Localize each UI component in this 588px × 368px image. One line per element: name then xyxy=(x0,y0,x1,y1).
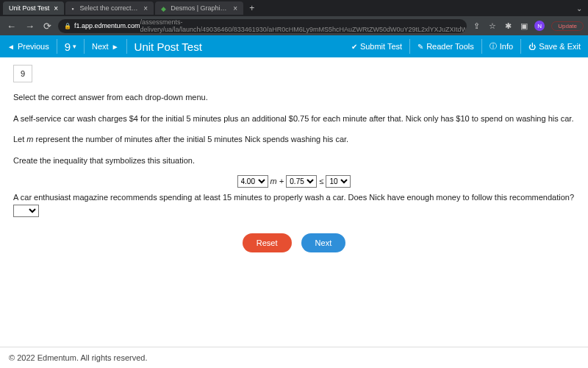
followup-text: A car enthusiast magazine recommends spe… xyxy=(13,191,575,217)
submit-test-button[interactable]: ✔ Submit Test xyxy=(344,35,409,57)
extensions-icon[interactable]: ✱ xyxy=(503,21,514,31)
info-button[interactable]: ⓘ Info xyxy=(482,35,520,57)
variable-m: m xyxy=(26,135,33,144)
question-number-dropdown[interactable]: 9 ▾ xyxy=(57,35,84,57)
instruction-text: Select the correct answer from each drop… xyxy=(13,91,575,105)
back-button[interactable]: ← xyxy=(4,21,18,32)
page-title: Unit Post Test xyxy=(127,40,202,53)
question-badge: 9 xyxy=(13,65,32,82)
close-icon[interactable]: × xyxy=(143,4,148,13)
question-number: 9 xyxy=(65,40,71,53)
url-path: /assessments-delivery/ua/la/launch/49036… xyxy=(140,19,467,33)
chevron-down-icon[interactable]: ⌄ xyxy=(573,4,585,13)
url-domain: f1.app.edmentum.com xyxy=(74,22,140,29)
next-question-button[interactable]: Next xyxy=(301,233,346,252)
tab-favicon: ◆ xyxy=(161,5,166,11)
rhs-select[interactable]: 10 xyxy=(326,175,351,188)
question-content: 9 Select the correct answer from each dr… xyxy=(0,57,588,260)
m-plus-text: m + xyxy=(270,177,287,185)
save-exit-label: Save & Exit xyxy=(539,42,581,51)
coefficient-b-select[interactable]: 0.75 xyxy=(286,175,317,188)
recommendation-select[interactable] xyxy=(13,205,39,217)
previous-label: Previous xyxy=(18,42,49,51)
create-inequality-prompt: Create the inequality that symbolizes th… xyxy=(13,155,575,168)
star-icon[interactable]: ☆ xyxy=(487,21,498,31)
url-input[interactable]: 🔒 f1.app.edmentum.com /assessments-deliv… xyxy=(58,19,467,33)
lock-icon: 🔒 xyxy=(64,23,71,29)
coefficient-a-select[interactable]: 4.00 xyxy=(237,175,268,188)
panel-icon[interactable]: ▣ xyxy=(518,21,530,31)
avatar[interactable]: N xyxy=(534,21,545,31)
browser-tab-1[interactable]: ▪ Select the correct answer from × xyxy=(65,1,154,15)
reset-button[interactable]: Reset xyxy=(243,233,292,252)
footer: © 2022 Edmentum. All rights reserved. xyxy=(0,347,588,368)
wrench-icon: ✎ xyxy=(417,43,423,51)
power-icon: ⏻ xyxy=(528,43,536,51)
share-icon[interactable]: ⇪ xyxy=(471,21,482,31)
variable-definition: Let m represent the number of minutes af… xyxy=(13,133,575,146)
app-toolbar: ◄ Previous 9 ▾ Next ► Unit Post Test ✔ S… xyxy=(0,35,588,57)
tab-title: Select the correct answer from xyxy=(80,4,140,12)
reader-tools-button[interactable]: ✎ Reader Tools xyxy=(410,35,481,57)
close-icon[interactable]: × xyxy=(54,4,58,13)
tab-title: Unit Post Test xyxy=(9,4,49,12)
address-bar: ← → ⟳ 🔒 f1.app.edmentum.com /assessments… xyxy=(0,16,588,35)
browser-tab-2[interactable]: ◆ Desmos | Graphing Calculator × xyxy=(155,1,243,15)
next-label: Next xyxy=(92,42,109,51)
info-icon: ⓘ xyxy=(490,41,497,52)
save-exit-button[interactable]: ⏻ Save & Exit xyxy=(521,35,588,57)
forward-button[interactable]: → xyxy=(23,21,37,32)
chevron-down-icon: ▾ xyxy=(73,43,76,50)
le-text: ≤ xyxy=(319,177,326,185)
close-icon[interactable]: × xyxy=(233,4,237,13)
info-label: Info xyxy=(500,42,513,51)
check-icon: ✔ xyxy=(351,43,357,51)
previous-button[interactable]: ◄ Previous xyxy=(0,35,57,57)
update-button[interactable]: Update xyxy=(551,21,584,31)
reload-button[interactable]: ⟳ xyxy=(41,21,54,32)
reader-label: Reader Tools xyxy=(426,42,474,51)
tab-favicon: ▪ xyxy=(71,5,75,11)
tab-title: Desmos | Graphing Calculator xyxy=(171,4,229,12)
submit-label: Submit Test xyxy=(360,42,402,51)
chevron-left-icon: ◄ xyxy=(7,43,15,51)
problem-text: A self-service car wash charges $4 for t… xyxy=(13,113,575,126)
browser-tab-0[interactable]: Unit Post Test × xyxy=(3,1,64,15)
inequality-row: 4.00 m + 0.75 ≤ 10 xyxy=(13,175,575,188)
next-button[interactable]: Next ► xyxy=(85,35,126,57)
chevron-right-icon: ► xyxy=(112,43,119,51)
tab-strip: Unit Post Test × ▪ Select the correct an… xyxy=(0,0,588,16)
new-tab-button[interactable]: + xyxy=(245,3,259,13)
